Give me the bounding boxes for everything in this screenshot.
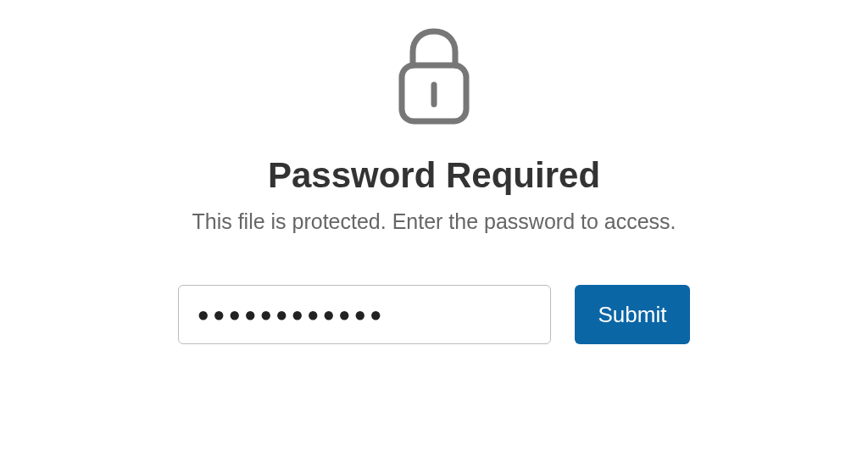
password-input[interactable] [178, 285, 551, 344]
password-form: Submit [178, 285, 691, 344]
lock-icon [387, 21, 481, 131]
submit-button[interactable]: Submit [575, 285, 691, 344]
page-subtitle: This file is protected. Enter the passwo… [192, 209, 676, 234]
page-title: Password Required [268, 155, 600, 196]
